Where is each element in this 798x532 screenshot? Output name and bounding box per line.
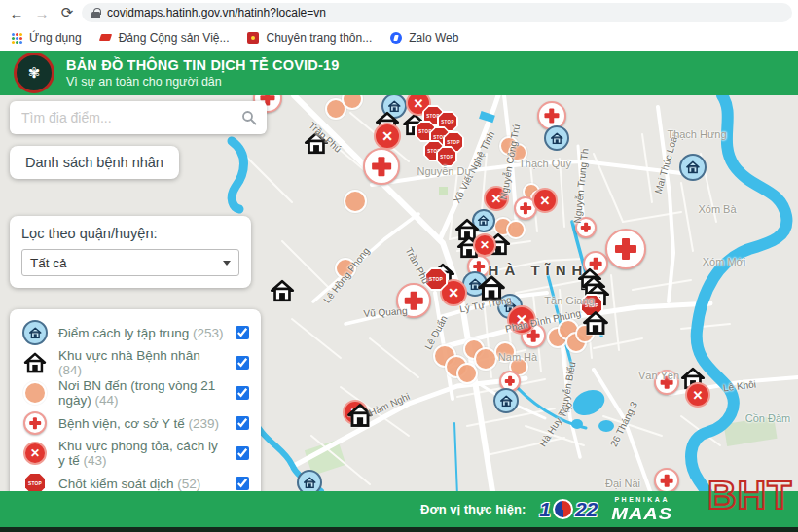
stop-sign-icon: STOP <box>438 148 456 166</box>
zalo-icon <box>389 31 403 45</box>
legend-item-isolation: Điểm cách ly tập trung (253) <box>21 321 249 344</box>
map-marker-lockdown[interactable]: ✕ <box>507 305 536 335</box>
legend-checkbox[interactable] <box>236 446 249 460</box>
legend-checkbox[interactable] <box>236 386 249 400</box>
legend-label: Khu vực phong tỏa, cách ly y tế (43) <box>58 439 226 468</box>
back-icon[interactable]: ← <box>6 2 27 23</box>
bookmarks-bar: Ứng dụngĐảng Cộng sản Việ...Chuyên trang… <box>0 25 798 51</box>
url-text[interactable]: covidmaps.hatinh.gov.vn/hatinh?locale=vn <box>107 6 326 19</box>
phenikaa-maas-logo: PHENIKAA MAAS <box>611 496 672 523</box>
map-marker-hospital[interactable] <box>654 468 679 491</box>
legend-checkbox[interactable] <box>236 356 249 370</box>
apps-grid-icon <box>10 31 23 45</box>
map-marker-isolation[interactable] <box>297 470 322 491</box>
map-marker-lockdown[interactable]: ✕ <box>685 382 710 408</box>
filter-label: Lọc theo quận/huyện: <box>21 226 239 241</box>
chevron-down-icon <box>223 261 231 266</box>
legend-label: Điểm cách ly tập trung (253) <box>58 326 226 340</box>
1022-logo: 1 22 <box>539 498 598 521</box>
bookmark-label: Zalo Web <box>409 31 458 45</box>
district-filter-panel: Lọc theo quận/huyện: Tất cả <box>10 216 251 288</box>
bookmark-label: Chuyên trang thôn... <box>266 31 372 45</box>
bottom-edge <box>0 527 798 532</box>
bookmark-item[interactable]: Chuyên trang thôn... <box>246 31 372 45</box>
bookmark-item[interactable]: Zalo Web <box>389 31 458 45</box>
reload-icon[interactable]: ⟳ <box>56 2 78 23</box>
red-book-icon <box>246 31 260 45</box>
map-marker-home[interactable] <box>581 308 610 337</box>
district-select-value: Tất cả <box>30 256 67 270</box>
isolation-legend-icon <box>21 320 49 345</box>
visited-legend-icon <box>21 381 49 405</box>
map-marker-hospital[interactable] <box>396 283 431 318</box>
patient-list-button[interactable]: Danh sách bệnh nhân <box>10 146 179 179</box>
red-cross-icon <box>25 413 45 433</box>
bookmark-item[interactable]: Ứng dụng <box>10 31 82 45</box>
legend-label: Nơi BN đến (trong vòng 21 ngày) (44) <box>58 378 226 408</box>
map-marker-home[interactable] <box>303 129 330 157</box>
bht-watermark: BHT <box>707 473 792 518</box>
legend-checkbox[interactable] <box>236 416 249 430</box>
map-marker-visited[interactable] <box>23 381 47 405</box>
red-cross-icon <box>607 231 644 267</box>
map-marker-home[interactable] <box>22 350 48 375</box>
map-marker-visited[interactable] <box>456 363 478 384</box>
legend-item-home: Khu vực nhà Bệnh nhân (84) <box>21 351 249 374</box>
1022-ball-icon <box>553 499 573 519</box>
footer-label: Đơn vị thực hiện: <box>420 502 526 516</box>
bookmark-label: Ứng dụng <box>29 31 82 45</box>
hospital-legend-icon <box>21 411 49 435</box>
map-marker-isolation[interactable] <box>544 125 569 151</box>
footer-bar: Đơn vị thực hiện: 1 22 PHENIKAA MAAS <box>0 491 798 527</box>
hatinh-province-logo-icon: ✾ <box>14 53 54 93</box>
map-marker-lockdown[interactable]: ✕ <box>473 233 496 257</box>
red-cross-icon <box>365 150 398 183</box>
map-marker-isolation[interactable] <box>679 154 707 181</box>
map-marker-lockdown[interactable]: ✕ <box>374 123 401 150</box>
map-marker-hospital[interactable] <box>23 411 47 435</box>
red-cross-icon <box>656 470 677 491</box>
map-marker-visited[interactable] <box>508 143 527 162</box>
red-cross-icon <box>577 219 595 236</box>
legend-panel: Điểm cách ly tập trung (253)Khu vực nhà … <box>10 309 261 505</box>
map-marker-hospital[interactable] <box>654 370 679 395</box>
legend-list: Điểm cách ly tập trung (253)Khu vực nhà … <box>21 321 249 495</box>
search-box[interactable] <box>10 101 267 134</box>
browser-toolbar: ← → ⟳ covidmaps.hatinh.gov.vn/hatinh?loc… <box>0 0 798 25</box>
address-bar[interactable]: covidmaps.hatinh.gov.vn/hatinh?locale=vn <box>82 3 792 22</box>
legend-label: Bệnh viện, cơ sở Y tế (239) <box>58 416 226 431</box>
page-subtitle: Vì sự an toàn cho người dân <box>66 75 340 89</box>
map-marker-hospital[interactable] <box>605 229 646 269</box>
legend-item-hospital: Bệnh viện, cơ sở Y tế (239) <box>21 411 249 435</box>
legend-item-visited: Nơi BN đến (trong vòng 21 ngày) (44) <box>21 381 249 405</box>
map-marker-home[interactable] <box>476 272 507 303</box>
home-legend-icon <box>21 350 49 375</box>
map-marker-visited[interactable] <box>344 190 367 213</box>
legend-checkbox[interactable] <box>236 326 249 339</box>
map-marker-lockdown[interactable]: ✕ <box>484 186 509 211</box>
legend-checkbox[interactable] <box>236 477 249 490</box>
map-marker-isolation[interactable] <box>493 388 519 413</box>
map-marker-home[interactable] <box>345 401 375 430</box>
search-input[interactable] <box>19 109 234 126</box>
map-marker-home[interactable] <box>269 277 296 304</box>
red-flag-icon <box>99 31 113 45</box>
forward-icon[interactable]: → <box>31 2 53 23</box>
legend-label: Chốt kiểm soát dịch (52) <box>58 477 226 491</box>
map-marker-stop[interactable]: STOP <box>424 267 448 291</box>
bookmark-item[interactable]: Đảng Cộng sản Việ... <box>99 31 230 45</box>
map-marker-visited[interactable] <box>335 258 356 279</box>
search-icon[interactable] <box>241 110 257 125</box>
legend-item-lockdown: ✕Khu vực phong tỏa, cách ly y tế (43) <box>21 442 249 465</box>
red-cross-icon <box>656 372 677 393</box>
map-marker-stop[interactable]: STOP <box>436 146 457 167</box>
red-cross-icon <box>398 285 429 316</box>
map-marker-hospital[interactable] <box>363 148 400 185</box>
district-select[interactable]: Tất cả <box>21 249 239 276</box>
legend-label: Khu vực nhà Bệnh nhân (84) <box>58 348 226 377</box>
map-marker-lockdown[interactable]: ✕ <box>532 188 558 213</box>
bookmark-label: Đảng Cộng sản Việ... <box>119 31 230 45</box>
map-marker-lockdown[interactable]: ✕ <box>23 442 47 465</box>
map-marker-hospital[interactable] <box>575 217 597 238</box>
map-marker-isolation[interactable] <box>22 320 48 345</box>
